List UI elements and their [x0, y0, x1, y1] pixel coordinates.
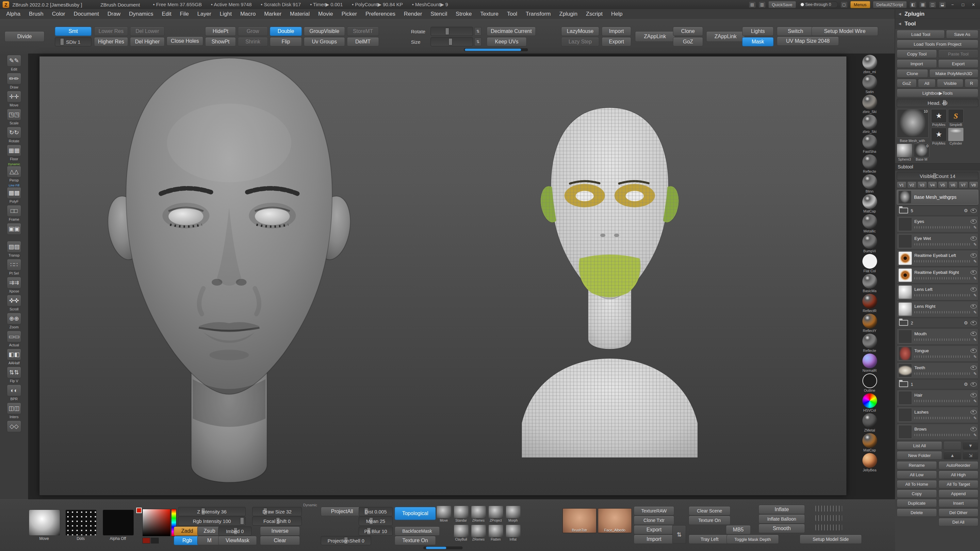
bottom-scrollbar[interactable] — [423, 546, 463, 549]
doc-icon[interactable] — [749, 1, 756, 8]
main-color-swatch[interactable] — [142, 538, 150, 543]
paint-icon[interactable]: ✎ — [974, 399, 977, 403]
smooth-ticks-slider[interactable] — [815, 524, 842, 530]
save-as-button[interactable]: Save As — [946, 30, 978, 38]
texture-on-button-2[interactable]: Texture On — [689, 516, 730, 525]
smooth-button[interactable]: Smooth — [759, 524, 805, 533]
subtool-row[interactable]: ⚙ Lens Left ✎ — [897, 284, 978, 300]
toolbar-item[interactable]: AAHalf — [7, 349, 21, 365]
tool-icon[interactable] — [7, 144, 21, 156]
menus-button[interactable]: Menus — [850, 1, 870, 8]
menu-item[interactable]: Help — [607, 9, 627, 19]
brush-preset[interactable]: ClayBuil — [452, 524, 470, 541]
document-canvas[interactable] — [39, 56, 847, 495]
tool-icon[interactable] — [7, 55, 21, 67]
toolbar-item[interactable]: Frame — [7, 205, 21, 221]
window-minimize-button[interactable]: − — [949, 1, 956, 8]
subtool-action-button[interactable]: All To Target — [939, 480, 979, 488]
tool-import-button[interactable]: Import — [897, 59, 937, 68]
subtool-mini-slider[interactable] — [914, 311, 971, 313]
subtool-action-button[interactable]: Del All — [939, 518, 979, 526]
material-sphere-icon[interactable] — [862, 95, 877, 110]
uv-groups-button[interactable]: Uv Groups — [304, 37, 345, 46]
texture-on-button[interactable]: Texture On — [395, 536, 436, 545]
menu-item[interactable]: Layer — [193, 9, 216, 19]
menu-item[interactable]: Document — [70, 9, 103, 19]
texture-thumbnail-brushtstr[interactable]: BrushTstr — [563, 508, 597, 533]
delmt-button[interactable]: DelMT — [347, 37, 379, 46]
inflate-ticks-slider[interactable] — [815, 506, 842, 511]
toolbar-item[interactable]: Pt Sel — [7, 259, 21, 275]
toolbar-item[interactable]: Move — [7, 91, 21, 107]
visibility-eye-icon[interactable] — [970, 219, 977, 224]
clone-txtr-button[interactable]: Clone Txtr — [634, 516, 674, 525]
tool-thumbnail-polymesh-star[interactable]: ★ — [931, 128, 947, 141]
clone-button[interactable]: Clone — [673, 27, 703, 36]
visibility-eye-icon[interactable] — [970, 287, 977, 292]
zadd-button[interactable]: Zadd — [174, 527, 200, 536]
window-split-icon[interactable] — [939, 1, 946, 8]
toolbar-item[interactable]: Flp V — [7, 367, 21, 383]
zapplink-button-2[interactable]: ZAppLink — [706, 31, 745, 42]
tool-icon[interactable] — [7, 349, 21, 360]
material-item[interactable]: Metallic — [862, 214, 877, 233]
visibility-tab[interactable]: V2 — [907, 181, 917, 188]
setup-model-side-button[interactable]: Setup Model Side — [800, 535, 862, 544]
lazy-step-button[interactable]: Lazy Step — [561, 37, 599, 46]
toolbar-item[interactable]: Scroll — [7, 295, 21, 311]
focal-shift-slider[interactable]: Focal Shift 0 — [252, 516, 302, 526]
inflate-balloon-ticks-slider[interactable] — [815, 515, 842, 521]
grow-button[interactable]: Grow — [238, 27, 268, 36]
backfacemask-button[interactable]: BackfaceMask — [395, 527, 440, 536]
toolbar-item[interactable]: Rotate — [7, 127, 21, 143]
brush-preset[interactable]: Inflat — [504, 524, 522, 541]
subtool-mini-slider[interactable] — [914, 417, 971, 419]
material-item[interactable]: MatCap — [862, 433, 877, 452]
imbed-slider[interactable]: Imbed 0 — [218, 527, 251, 536]
material-sphere-icon[interactable] — [862, 75, 877, 89]
menu-item[interactable]: Stencil — [426, 9, 452, 19]
material-sphere-icon[interactable] — [862, 393, 877, 408]
m-button[interactable]: M — [197, 536, 221, 545]
subtool-row[interactable]: ⚙ Eye Wet ✎ — [897, 233, 978, 249]
goz-button[interactable]: GoZ — [673, 37, 703, 46]
tool-icon[interactable] — [7, 205, 21, 217]
paint-icon[interactable]: ✎ — [974, 242, 977, 247]
subtool-section-header[interactable]: Subtool — [895, 163, 980, 170]
tool-icon[interactable] — [7, 127, 21, 138]
quicksave-button[interactable]: QuickSave — [768, 1, 796, 8]
z-intensity-slider[interactable]: Z Intensity 36 — [178, 507, 246, 516]
subtool-mini-slider[interactable] — [914, 372, 971, 375]
projectall-button[interactable]: ProjectAll — [321, 507, 363, 516]
visibility-eye-icon[interactable] — [970, 209, 977, 213]
menu-item[interactable]: Edit — [158, 9, 175, 19]
see-through-slider[interactable]: See-through 0 — [799, 1, 838, 8]
r-button[interactable]: R — [965, 79, 978, 87]
active-subtool-row[interactable]: Base Mesh_withgrps — [897, 190, 978, 205]
subtool-row[interactable]: ⚙ Hair ✎ — [897, 390, 978, 406]
material-item[interactable]: BumpVi — [862, 234, 877, 253]
rgb-button[interactable]: Rgb — [174, 536, 200, 545]
visibility-tab[interactable]: V4 — [928, 181, 937, 188]
visibility-eye-icon[interactable] — [970, 236, 977, 241]
visibility-eye-icon[interactable] — [970, 349, 977, 353]
material-sphere-icon[interactable] — [862, 214, 877, 229]
toolbar-item[interactable]: Xpose — [7, 277, 21, 293]
subtool-mini-slider[interactable] — [914, 260, 971, 262]
shelf-scrollbar[interactable] — [464, 48, 528, 51]
inverse-button[interactable]: Inverse — [260, 527, 300, 536]
toolbar-item[interactable]: Dynamic Persp — [7, 162, 21, 182]
gear-icon[interactable]: ⚙ — [964, 320, 968, 326]
subtool-action-button[interactable]: All Low — [897, 471, 937, 479]
material-sphere-icon[interactable] — [862, 453, 877, 468]
material-item[interactable]: HSVCol — [862, 393, 877, 412]
material-item[interactable]: NormalR — [862, 354, 877, 372]
material-sphere-icon[interactable] — [862, 135, 877, 149]
material-item[interactable]: JellyBea — [862, 453, 877, 472]
paste-tool-button[interactable]: Paste Tool — [938, 49, 978, 58]
tool-export-button[interactable]: Export — [938, 59, 978, 68]
material-sphere-icon[interactable] — [862, 333, 877, 348]
shrink-button[interactable]: Shrink — [238, 37, 268, 46]
toggle-mask-depth-button[interactable]: Toggle Mask Depth — [727, 535, 779, 544]
make-polymesh3d-button[interactable]: Make PolyMesh3D — [929, 69, 978, 78]
